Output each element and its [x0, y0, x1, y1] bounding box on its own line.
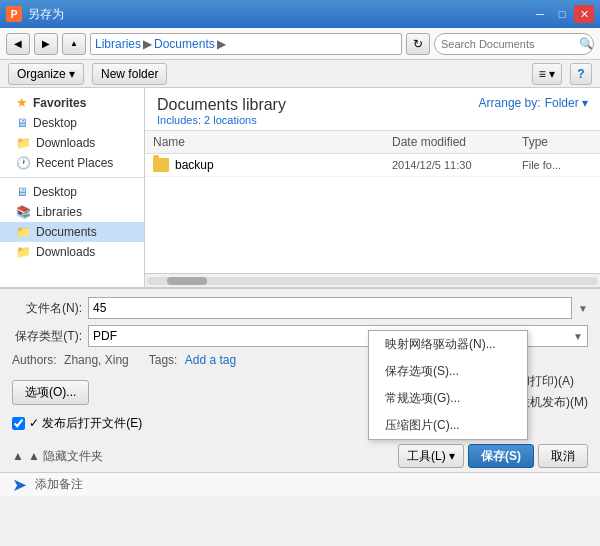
recent-icon: 🕐: [16, 156, 31, 170]
cancel-button[interactable]: 取消: [538, 444, 588, 468]
arrange-by-value[interactable]: Folder ▾: [545, 96, 588, 110]
sidebar-label-recent: Recent Places: [36, 156, 113, 170]
main-area: ★ Favorites 🖥 Desktop 📁 Downloads 🕐 Rece…: [0, 88, 600, 288]
filename-label: 文件名(N):: [12, 300, 82, 317]
options-button[interactable]: 选项(O)...: [12, 380, 89, 405]
sidebar-item-recent-places[interactable]: 🕐 Recent Places: [0, 153, 144, 173]
file-name-text: backup: [175, 158, 214, 172]
column-type[interactable]: Type: [522, 133, 592, 151]
sidebar-item-downloads2[interactable]: 📁 Downloads: [0, 242, 144, 262]
sidebar-item-desktop2[interactable]: 🖥 Desktop: [0, 182, 144, 202]
star-icon: ★: [16, 95, 28, 110]
sidebar-item-downloads[interactable]: 📁 Downloads: [0, 133, 144, 153]
sidebar-label-downloads2: Downloads: [36, 245, 95, 259]
back-button[interactable]: ◀: [6, 33, 30, 55]
minimize-button[interactable]: ─: [530, 5, 550, 23]
open-after-publish-checkbox[interactable]: [12, 417, 25, 430]
authors-label: Authors:: [12, 353, 57, 367]
sidebar-separator: [0, 177, 144, 178]
filetype-label: 保存类型(T):: [12, 328, 82, 345]
status-bar: ➤ 添加备注: [0, 472, 600, 496]
tags-label: Tags:: [149, 353, 178, 367]
tags-row: Tags: Add a tag: [149, 353, 236, 367]
documents-icon: 📁: [16, 225, 31, 239]
file-list: backup 2014/12/5 11:30 File fo...: [145, 154, 600, 273]
forward-button[interactable]: ▶: [34, 33, 58, 55]
up-button[interactable]: ▲: [62, 33, 86, 55]
file-date-cell: 2014/12/5 11:30: [392, 159, 522, 171]
tools-label: 工具(L) ▾: [407, 448, 455, 465]
title-bar-left: P 另存为: [6, 6, 64, 23]
table-row[interactable]: backup 2014/12/5 11:30 File fo...: [145, 154, 600, 177]
library-info: Documents library Includes: 2 locations: [157, 96, 286, 126]
hide-folder-label: ▲ 隐藏文件夹: [28, 448, 103, 465]
title-bar: P 另存为 ─ □ ✕: [0, 0, 600, 28]
file-list-header: Name Date modified Type: [145, 130, 600, 154]
menu-item-compress-picture[interactable]: 压缩图片(C)...: [369, 412, 527, 439]
arrange-by: Arrange by: Folder ▾: [479, 96, 588, 110]
search-icon: 🔍: [579, 37, 594, 51]
refresh-button[interactable]: ↻: [406, 33, 430, 55]
sidebar-item-libraries[interactable]: 📚 Libraries: [0, 202, 144, 222]
column-date[interactable]: Date modified: [392, 133, 522, 151]
library-subtitle[interactable]: Includes: 2 locations: [157, 114, 286, 126]
filename-dropdown[interactable]: ▼: [578, 303, 588, 314]
app-icon: P: [6, 6, 22, 22]
new-folder-button[interactable]: New folder: [92, 63, 167, 85]
downloads2-icon: 📁: [16, 245, 31, 259]
horizontal-scrollbar[interactable]: [145, 273, 600, 287]
save-button[interactable]: 保存(S): [468, 444, 534, 468]
sidebar-label-documents: Documents: [36, 225, 97, 239]
filetype-value: PDF: [93, 329, 117, 343]
action-row: ▲ ▲ 隐藏文件夹 工具(L) ▾ 保存(S) 取消 映射网络驱动器(N)...…: [0, 440, 600, 472]
close-button[interactable]: ✕: [574, 5, 594, 23]
sidebar-label-libraries: Libraries: [36, 205, 82, 219]
breadcrumb-libraries[interactable]: Libraries: [95, 37, 141, 51]
column-name[interactable]: Name: [153, 133, 392, 151]
status-add-note[interactable]: 添加备注: [35, 476, 83, 493]
libraries-icon: 📚: [16, 205, 31, 219]
downloads-icon: 📁: [16, 136, 31, 150]
library-title: Documents library: [157, 96, 286, 114]
authors-value[interactable]: Zhang, Xing: [64, 353, 129, 367]
tools-dropdown-menu: 映射网络驱动器(N)... 保存选项(S)... 常规选项(G)... 压缩图片…: [368, 330, 528, 440]
desktop-icon: 🖥: [16, 116, 28, 130]
desktop2-icon: 🖥: [16, 185, 28, 199]
breadcrumb-sep2: ▶: [217, 37, 226, 51]
breadcrumb-sep1: ▶: [143, 37, 152, 51]
hide-folder-toggle[interactable]: ▲ ▲ 隐藏文件夹: [12, 448, 103, 465]
breadcrumb-documents[interactable]: Documents: [154, 37, 215, 51]
help-button[interactable]: ?: [570, 63, 592, 85]
scrollbar-track: [147, 277, 598, 285]
sidebar-label-desktop2: Desktop: [33, 185, 77, 199]
maximize-button[interactable]: □: [552, 5, 572, 23]
toolbar: Organize ▾ New folder ≡ ▾ ?: [0, 60, 600, 88]
window-title: 另存为: [28, 6, 64, 23]
sidebar-item-favorites-header: ★ Favorites: [0, 92, 144, 113]
search-input[interactable]: [441, 38, 579, 50]
sidebar-item-desktop[interactable]: 🖥 Desktop: [0, 113, 144, 133]
sidebar-label-downloads: Downloads: [36, 136, 95, 150]
file-type-cell: File fo...: [522, 159, 592, 171]
sidebar-item-documents[interactable]: 📁 Documents: [0, 222, 144, 242]
file-name-cell: backup: [153, 158, 392, 172]
menu-item-general-options[interactable]: 常规选项(G)...: [369, 385, 527, 412]
menu-item-map-drive[interactable]: 映射网络驱动器(N)...: [369, 331, 527, 358]
authors-row: Authors: Zhang, Xing: [12, 353, 129, 367]
scrollbar-thumb[interactable]: [167, 277, 207, 285]
title-controls: ─ □ ✕: [530, 5, 594, 23]
expand-arrow-icon: ▲: [12, 449, 24, 463]
filetype-arrow: ▼: [573, 331, 583, 342]
breadcrumb: Libraries ▶ Documents ▶: [90, 33, 402, 55]
tools-button[interactable]: 工具(L) ▾: [398, 444, 464, 468]
libraries-section: 🖥 Desktop 📚 Libraries 📁 Documents 📁 Down…: [0, 182, 144, 262]
checkbox-label: ✓ 发布后打开文件(E): [29, 415, 142, 432]
view-button[interactable]: ≡ ▾: [532, 63, 562, 85]
tags-value[interactable]: Add a tag: [185, 353, 236, 367]
filename-input[interactable]: [88, 297, 572, 319]
action-buttons: 工具(L) ▾ 保存(S) 取消 映射网络驱动器(N)... 保存选项(S)..…: [398, 444, 588, 468]
organize-button[interactable]: Organize ▾: [8, 63, 84, 85]
address-bar: ◀ ▶ ▲ Libraries ▶ Documents ▶ ↻ 🔍: [0, 28, 600, 60]
menu-item-save-options[interactable]: 保存选项(S)...: [369, 358, 527, 385]
sidebar: ★ Favorites 🖥 Desktop 📁 Downloads 🕐 Rece…: [0, 88, 145, 287]
